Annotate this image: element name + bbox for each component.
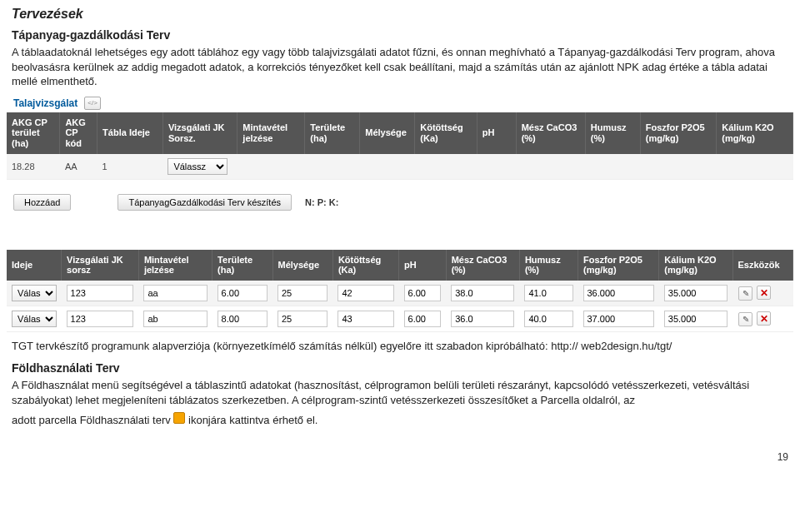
mely-input[interactable] <box>278 311 328 327</box>
delete-icon[interactable]: ✕ <box>757 286 771 300</box>
ka-input[interactable] <box>338 285 393 301</box>
col-mesz: Mész CaCO3 (%) <box>446 250 519 281</box>
col-humusz: Humusz (%) <box>519 250 578 281</box>
col-kotottseg: Kötöttség (Ka) <box>332 250 398 281</box>
col-melysege: Mélysége <box>272 250 332 281</box>
hozzaad-button[interactable]: Hozzáad <box>13 194 71 211</box>
ph-input[interactable] <box>404 311 442 327</box>
col-kalium: Kálium K2O (mg/kg) <box>717 112 793 154</box>
cell-akg-ha: 18.28 <box>7 154 60 180</box>
soil-test-table-1: AKG CP terület (ha) AKG CP kód Tábla Ide… <box>7 112 793 180</box>
tgt-link-paragraph: TGT tervkészítő programunk alapverziója … <box>12 339 788 354</box>
jk-select[interactable]: Válassz <box>168 158 228 175</box>
humusz-input[interactable] <box>524 285 572 301</box>
fosz-input[interactable] <box>583 285 654 301</box>
col-ph: pH <box>399 250 447 281</box>
soil-test-table-2: Ideje Vizsgálati JK sorsz Mintavétel jel… <box>7 250 793 332</box>
col-foszfor: Foszfor P2O5 (mg/kg) <box>578 250 659 281</box>
col-kalium: Kálium K2O (mg/kg) <box>659 250 732 281</box>
heading-foldhasznalati: Földhasználati Terv <box>12 361 788 375</box>
intro-paragraph: A táblaadatoknál lehetséges egy adott tá… <box>12 45 788 89</box>
humusz-input[interactable] <box>524 311 572 327</box>
foldhasznalat-para-1: A Földhasználat menü segítségével a tábl… <box>12 378 788 407</box>
mesz-input[interactable] <box>451 285 514 301</box>
col-eszkozok: Eszközök <box>732 250 792 281</box>
col-mintavetel: Mintavétel jelzése <box>238 112 305 154</box>
table-header-row: AKG CP terület (ha) AKG CP kód Tábla Ide… <box>7 112 793 154</box>
jk-input[interactable] <box>67 285 134 301</box>
ha-input[interactable] <box>218 311 268 327</box>
npk-label: N: P: K: <box>305 197 338 207</box>
col-akg-kod: AKG CP kód <box>60 112 98 154</box>
col-melysege: Mélysége <box>360 112 415 154</box>
jk-input[interactable] <box>67 311 134 327</box>
kal-input[interactable] <box>664 285 728 301</box>
mv-input[interactable] <box>143 311 207 327</box>
col-ph: pH <box>477 112 516 154</box>
col-tabla-ideje: Tábla Ideje <box>98 112 163 154</box>
col-terulete: Területe (ha) <box>305 112 360 154</box>
ka-input[interactable] <box>338 311 393 327</box>
para2-text-b: ikonjára kattintva érhető el. <box>188 414 318 426</box>
col-jk-sorsz: Vizsgálati JK sorsz <box>62 250 139 281</box>
fosz-input[interactable] <box>583 311 654 327</box>
mv-input[interactable] <box>143 285 207 301</box>
ideje-select[interactable]: Válassz <box>12 311 57 327</box>
col-foszfor: Foszfor P2O5 (mg/kg) <box>640 112 717 154</box>
kal-input[interactable] <box>664 311 728 327</box>
delete-icon[interactable]: ✕ <box>757 311 771 326</box>
landuse-plan-icon <box>173 412 185 424</box>
table-header-row: Ideje Vizsgálati JK sorsz Mintavétel jel… <box>7 250 793 281</box>
col-jk-sorsz: Vizsgálati JK Sorsz. <box>162 112 237 154</box>
col-humusz: Humusz (%) <box>585 112 640 154</box>
foldhasznalat-para-2: adott parcella Földhasználati terv ikonj… <box>12 412 788 428</box>
edit-icon[interactable]: ✎ <box>738 286 752 301</box>
heading-tervezesek: Tervezések <box>12 7 788 22</box>
ideje-select[interactable]: Válassz <box>12 285 57 301</box>
col-kotottseg: Kötöttség (Ka) <box>415 112 478 154</box>
col-terulete: Területe (ha) <box>212 250 272 281</box>
edit-icon[interactable]: ✎ <box>738 312 752 326</box>
mesz-input[interactable] <box>451 311 514 327</box>
talajvizsgalat-label[interactable]: Talajvizsgálat <box>13 97 78 109</box>
table-row: 18.28 AA 1 Válassz <box>7 154 793 180</box>
cell-tabla-ideje: 1 <box>98 154 163 180</box>
col-ideje: Ideje <box>7 250 62 281</box>
tgt-keszites-button[interactable]: TápanyagGazdálkodási Terv készítés <box>118 194 292 211</box>
para2-text-a: adott parcella Földhasználati terv <box>12 414 173 426</box>
page-number: 19 <box>12 451 788 463</box>
col-akg-ha: AKG CP terület (ha) <box>7 112 60 154</box>
mely-input[interactable] <box>278 285 328 301</box>
col-mintavetel: Mintavétel jelzése <box>138 250 212 281</box>
col-mesz: Mész CaCO3 (%) <box>516 112 585 154</box>
ha-input[interactable] <box>218 285 268 301</box>
cell-akg-kod: AA <box>60 154 98 180</box>
heading-tapanyag-terv: Tápanyag-gazdálkodási Terv <box>12 28 788 42</box>
ph-input[interactable] <box>404 285 442 301</box>
xml-icon[interactable]: </> <box>84 97 101 110</box>
table-row: Válassz ✎ ✕ <box>7 306 793 331</box>
table-row: Válassz ✎ ✕ <box>7 281 793 306</box>
